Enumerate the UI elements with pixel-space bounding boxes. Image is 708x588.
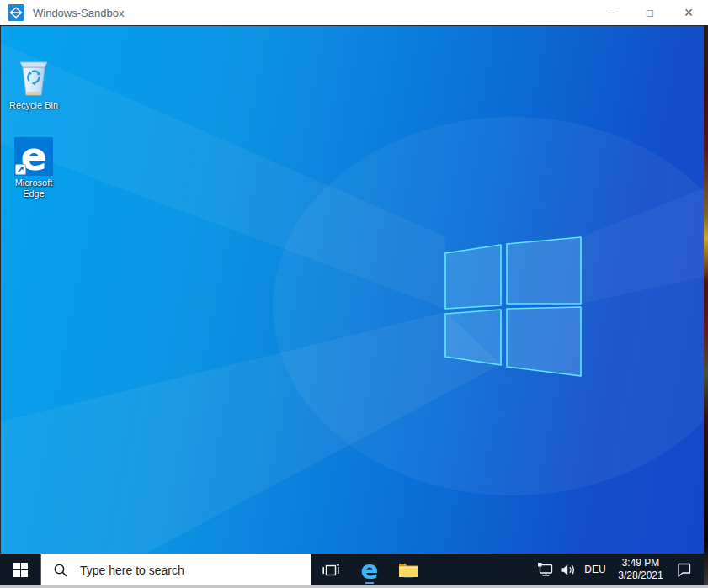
volume-button[interactable] bbox=[556, 554, 579, 585]
taskbar-file-explorer-button[interactable] bbox=[389, 554, 428, 585]
shortcut-arrow-icon bbox=[15, 164, 26, 175]
task-view-icon bbox=[322, 563, 339, 577]
system-tray: DEU 3:49 PM 3/28/2021 bbox=[534, 554, 704, 585]
wallpaper-light-rays bbox=[1, 26, 704, 554]
language-indicator[interactable]: DEU bbox=[579, 554, 611, 585]
desktop-icon-microsoft-edge[interactable]: e Microsoft Edge bbox=[3, 137, 64, 199]
windows-start-icon bbox=[13, 563, 28, 577]
titlebar: Windows-Sandbox ─ □ × bbox=[0, 0, 708, 25]
volume-speaker-icon bbox=[560, 563, 576, 577]
network-button[interactable] bbox=[534, 554, 556, 585]
clock-date: 3/28/2021 bbox=[618, 569, 663, 582]
network-ethernet-icon bbox=[537, 562, 554, 577]
desktop-icon-recycle-bin[interactable]: Recycle Bin bbox=[3, 55, 64, 111]
clock-time: 3:49 PM bbox=[622, 557, 660, 569]
search-input[interactable] bbox=[78, 563, 292, 578]
host-desktop-sliver bbox=[704, 25, 708, 585]
minimize-button[interactable]: ─ bbox=[592, 0, 631, 25]
windows-sandbox-app-icon bbox=[8, 4, 24, 21]
desktop-icon-label: Microsoft Edge bbox=[3, 177, 64, 199]
clock[interactable]: 3:49 PM 3/28/2021 bbox=[611, 554, 670, 585]
action-center-icon bbox=[676, 562, 692, 577]
window-controls: ─ □ × bbox=[592, 0, 708, 25]
desktop-icon-label: Recycle Bin bbox=[9, 100, 58, 111]
taskbar-edge-button[interactable]: e bbox=[350, 554, 389, 585]
window-title: Windows-Sandbox bbox=[33, 7, 124, 19]
edge-running-indicator bbox=[365, 582, 374, 584]
search-icon bbox=[53, 563, 68, 578]
maximize-button[interactable]: □ bbox=[631, 0, 669, 27]
start-button[interactable] bbox=[0, 554, 40, 585]
taskbar: e DEU 3:49 PM bbox=[0, 554, 704, 585]
recycle-bin-icon bbox=[14, 55, 53, 98]
taskbar-search[interactable] bbox=[40, 554, 311, 585]
file-explorer-icon bbox=[398, 561, 418, 578]
action-center-button[interactable] bbox=[670, 554, 697, 585]
edge-icon: e bbox=[360, 557, 378, 582]
close-button[interactable]: × bbox=[669, 0, 708, 25]
task-view-button[interactable] bbox=[311, 554, 350, 585]
edge-tile-icon: e bbox=[14, 137, 53, 176]
desktop[interactable]: Recycle Bin e Microsoft Edge bbox=[0, 25, 704, 554]
